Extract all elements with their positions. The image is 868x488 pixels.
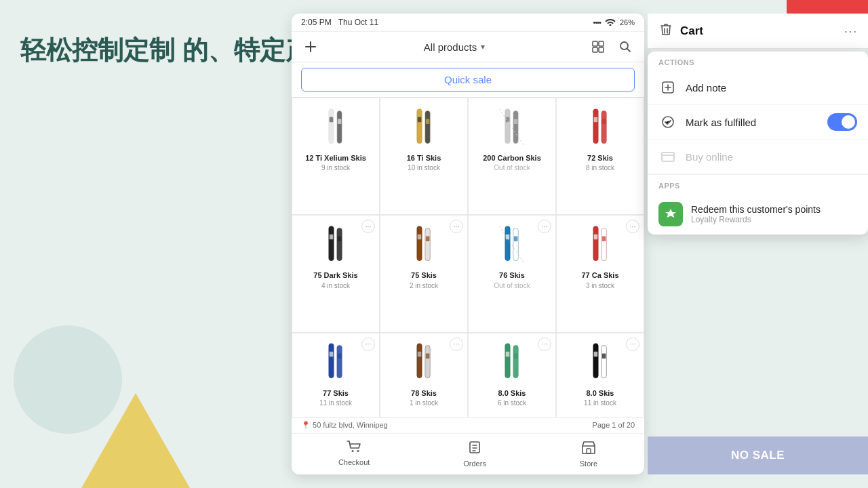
product-stock: 10 in stock <box>408 164 440 171</box>
status-bar: 2:05 PM Thu Oct 11 •••• 26% <box>292 14 644 32</box>
product-cell[interactable]: 12 Ti Xelium Skis9 in stock <box>292 98 380 215</box>
product-more-button[interactable]: ··· <box>450 338 463 351</box>
svg-rect-9 <box>417 108 422 143</box>
svg-rect-36 <box>601 228 606 260</box>
search-icon[interactable] <box>616 37 635 56</box>
product-more-button[interactable]: ··· <box>626 220 639 233</box>
product-cell[interactable]: ··· 75 Skis2 in stock <box>380 215 468 332</box>
cart-more-icon[interactable]: ⋯ <box>844 23 857 39</box>
product-cell[interactable]: 200 Carbon SkisOut of stock <box>468 98 556 215</box>
product-more-button[interactable]: ··· <box>538 220 551 233</box>
product-stock: 9 in stock <box>321 164 350 171</box>
svg-rect-47 <box>505 344 510 378</box>
svg-rect-21 <box>602 119 606 123</box>
svg-rect-30 <box>505 226 510 260</box>
loyalty-rewards-item[interactable]: Redeem this customer's points Loyalty Re… <box>648 194 868 235</box>
svg-rect-35 <box>593 226 598 260</box>
product-more-button[interactable]: ··· <box>361 338 375 351</box>
trash-icon[interactable] <box>658 22 673 40</box>
product-stock: 11 in stock <box>584 399 616 407</box>
buy-online-icon <box>658 147 677 166</box>
product-stock: 3 in stock <box>586 282 614 289</box>
orders-nav-item[interactable]: Orders <box>463 441 486 468</box>
product-more-button[interactable]: ··· <box>538 338 551 351</box>
orders-icon <box>468 441 481 458</box>
svg-rect-2 <box>593 47 597 52</box>
svg-rect-46 <box>426 354 430 359</box>
svg-rect-6 <box>337 110 342 143</box>
product-grid: 12 Ti Xelium Skis9 in stock 16 Ti Skis10… <box>292 98 644 450</box>
mark-fulfilled-toggle[interactable] <box>827 113 857 131</box>
dropdown-chevron-icon: ▾ <box>481 42 485 52</box>
top-nav: All products ▾ <box>292 32 644 62</box>
product-cell[interactable]: 16 Ti Skis10 in stock <box>380 98 468 215</box>
product-stock: 1 in stock <box>410 399 438 407</box>
wifi-icon <box>605 18 616 27</box>
svg-rect-5 <box>329 108 334 143</box>
product-cell[interactable]: ··· 75 Dark Skis4 in stock <box>292 215 380 332</box>
pagination-text: Page 1 of 20 <box>593 421 635 430</box>
device-frame: 2:05 PM Thu Oct 11 •••• 26% All products… <box>292 14 644 474</box>
product-name: 12 Ti Xelium Skis <box>305 154 366 163</box>
add-note-label: Add note <box>686 82 857 94</box>
svg-line-34 <box>499 226 524 264</box>
svg-point-4 <box>620 42 628 49</box>
buy-online-action[interactable]: Buy online <box>648 140 868 174</box>
add-button[interactable] <box>301 37 320 56</box>
product-name: 200 Carbon Skis <box>483 154 541 163</box>
product-name: 78 Skis <box>411 389 437 398</box>
loyalty-subtitle: Loyalty Rewards <box>691 215 821 224</box>
product-name: 75 Skis <box>411 271 437 280</box>
product-cell[interactable]: ··· 76 SkisOut of stock <box>468 215 556 332</box>
quick-sale-button[interactable]: Quick sale <box>301 68 635 92</box>
svg-rect-1 <box>599 41 604 46</box>
store-nav-item[interactable]: Store <box>580 441 597 468</box>
product-more-button[interactable]: ··· <box>361 220 375 233</box>
svg-rect-52 <box>601 346 606 378</box>
svg-rect-22 <box>329 226 334 260</box>
product-filter-dropdown[interactable]: All products ▾ <box>424 41 485 53</box>
product-cell[interactable]: ··· 77 Ca Skis3 in stock <box>556 215 644 332</box>
svg-rect-45 <box>418 352 422 357</box>
svg-rect-24 <box>330 235 334 239</box>
no-sale-button[interactable]: NO SALE <box>648 436 868 474</box>
store-icon <box>581 441 596 458</box>
product-name: 76 Skis <box>499 271 525 280</box>
product-stock: Out of stock <box>494 164 530 171</box>
location-text: 📍 50 fultz blvd, Winnipeg <box>301 421 388 430</box>
footer-bar: 📍 50 fultz blvd, Winnipeg Page 1 of 20 C… <box>292 417 644 474</box>
svg-rect-3 <box>599 47 604 52</box>
checkout-nav-item[interactable]: Checkout <box>338 441 370 468</box>
svg-rect-14 <box>513 110 518 143</box>
svg-rect-58 <box>587 449 591 453</box>
orders-label: Orders <box>463 460 486 468</box>
filter-label: All products <box>424 41 477 53</box>
svg-rect-33 <box>514 236 518 241</box>
svg-rect-8 <box>338 119 342 123</box>
mark-fulfilled-label: Mark as fulfilled <box>686 117 819 128</box>
product-name: 8.0 Skis <box>587 389 614 398</box>
svg-rect-42 <box>338 354 342 359</box>
svg-rect-37 <box>594 235 598 239</box>
svg-rect-29 <box>426 236 430 241</box>
product-cell[interactable]: 72 Skis8 in stock <box>556 98 644 215</box>
svg-rect-11 <box>418 117 422 121</box>
product-stock: 4 in stock <box>321 282 350 289</box>
right-panel: Cart ⋯ ACTIONS Add note Mark as fulfille… <box>648 14 868 474</box>
svg-rect-31 <box>513 228 518 260</box>
grid-icon[interactable] <box>589 37 608 56</box>
cart-header: Cart ⋯ <box>648 14 868 49</box>
svg-rect-44 <box>425 346 430 378</box>
product-more-button[interactable]: ··· <box>626 338 639 351</box>
checkout-label: Checkout <box>338 458 370 466</box>
product-stock: Out of stock <box>494 282 530 289</box>
add-note-action[interactable]: Add note <box>648 70 868 105</box>
mark-fulfilled-action[interactable]: Mark as fulfilled <box>648 105 868 140</box>
product-more-button[interactable]: ··· <box>450 220 463 233</box>
apps-section-label: APPS <box>648 175 868 194</box>
quick-sale-bar: Quick sale <box>292 62 644 98</box>
svg-rect-12 <box>426 119 430 123</box>
svg-rect-40 <box>337 346 342 378</box>
actions-dropdown: ACTIONS Add note Mark as fulfilled Buy o… <box>648 52 868 235</box>
svg-rect-39 <box>329 344 334 378</box>
